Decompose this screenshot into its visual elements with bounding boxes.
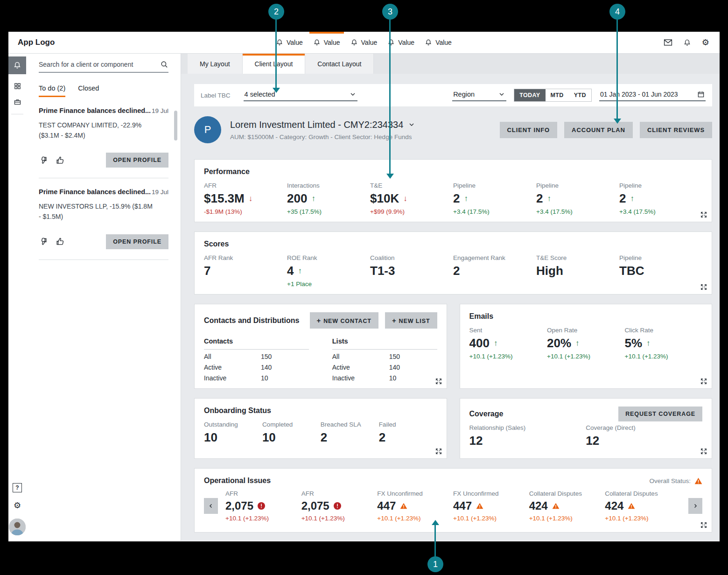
card-title: Onboarding Status [204, 407, 437, 415]
mail-icon[interactable] [664, 39, 672, 46]
search-input[interactable] [39, 61, 160, 68]
sidebar-scrollbar-thumb[interactable] [174, 111, 177, 140]
warning-icon [476, 503, 483, 509]
card-title: Emails [469, 312, 703, 321]
metric-open-rate: Open Rate 20%↑ +10.1 (+1.23%) [547, 327, 625, 360]
carousel-next-button[interactable] [688, 498, 702, 514]
emails-card: Emails Sent 400↑ +10.1 (+1.23%) Open Rat… [460, 304, 713, 389]
date-range-picker[interactable]: 01 Jan 2023 - 01 Jun 2023 [599, 89, 706, 101]
notifications-bell-icon[interactable] [683, 39, 691, 47]
thumbs-up-icon[interactable] [56, 156, 64, 165]
account-plan-button[interactable]: ACCOUNT PLAN [564, 122, 633, 138]
lists-group: Lists All150 Active140 Inactive10 [332, 337, 437, 382]
segment-ytd[interactable]: YTD [569, 89, 591, 101]
bell-icon [387, 39, 395, 46]
notification-body: NEW INVESTORS LLP, -15.9% ($1.8M - $1.5M… [39, 202, 168, 222]
metric-afr-issues: AFR 2,075 +10.1 (+1.23%) [301, 490, 378, 522]
header-nav-item-3[interactable]: Value [345, 32, 383, 53]
notification-date: 19 Jul [152, 107, 168, 114]
new-contact-button[interactable]: +NEW CONTACT [310, 312, 378, 329]
tab-client-layout[interactable]: Client Layout [243, 54, 306, 74]
annotation-badge-1: 1 [427, 556, 443, 572]
table-row: All150 [332, 353, 437, 360]
app-window: App Logo Value Value Value Value [8, 32, 720, 541]
tab-closed[interactable]: Closed [78, 84, 99, 97]
bell-icon [350, 39, 358, 46]
trend-up-icon: ↑ [547, 194, 551, 203]
nav-label: Value [287, 39, 303, 46]
client-subtitle: AUM: $15000M - Category: Growth - Client… [230, 133, 415, 140]
header-nav-item-2[interactable]: Value [308, 32, 345, 53]
metric-relationship-sales: Relationship (Sales) 12 [469, 424, 586, 448]
client-info-button[interactable]: CLIENT INFO [500, 122, 558, 138]
tab-my-layout[interactable]: My Layout [188, 54, 243, 74]
chevron-down-icon [408, 121, 415, 128]
request-coverage-button[interactable]: REQUEST COVERAGE [618, 407, 702, 421]
calendar-icon [697, 91, 705, 98]
rail-notifications-bell-icon[interactable] [8, 56, 26, 74]
rail-settings-gear-icon[interactable]: ⚙ [14, 501, 21, 510]
header-nav: Value Value Value Value Value [271, 32, 457, 53]
client-reviews-button[interactable]: CLIENT REVIEWS [640, 122, 712, 138]
rail-dashboard-grid-icon[interactable] [14, 82, 21, 90]
user-avatar[interactable] [9, 519, 26, 535]
tab-todo[interactable]: To do (2) [39, 84, 65, 97]
metric-pipeline: Pipeline 2↑ +3.4 (17.5%) [619, 182, 702, 215]
annotation-badge-2: 2 [268, 4, 284, 20]
trend-up-icon: ↑ [630, 194, 634, 203]
onboarding-card: Onboarding Status Outstanding 10 Complet… [194, 398, 447, 459]
metric-te: T&E $10K↓ +$99 (9.9%) [370, 182, 453, 215]
expand-icon[interactable] [435, 378, 442, 385]
sidebar-icon-rail: ? ⚙ [8, 54, 26, 541]
segment-mtd[interactable]: MTD [546, 89, 569, 101]
tab-contact-layout[interactable]: Contact Layout [305, 54, 374, 74]
metric-collateral-disputes: Collateral Disputes 424 +10.1 (+1.23%) [605, 490, 681, 522]
expand-icon[interactable] [700, 521, 707, 529]
date-range-segmented-control: TODAY MTD YTD [514, 89, 592, 102]
card-title: Scores [204, 240, 702, 248]
search-icon[interactable] [160, 60, 168, 69]
open-profile-button[interactable]: OPEN PROFILE [106, 153, 168, 168]
thumbs-down-icon[interactable] [39, 156, 48, 165]
carousel-prev-button[interactable] [204, 498, 218, 514]
help-icon[interactable]: ? [13, 483, 22, 492]
metric-fx-unconfirmed: FX Unconfirmed 447 +10.1 (+1.23%) [453, 490, 529, 522]
expand-icon[interactable] [435, 448, 442, 455]
multi-select-dropdown[interactable]: 4 selected [244, 89, 357, 101]
open-profile-button[interactable]: OPEN PROFILE [106, 234, 168, 249]
warning-icon [552, 503, 560, 509]
card-title: Coverage [469, 410, 504, 418]
trend-up-icon: ↑ [494, 339, 498, 348]
bell-icon [425, 39, 432, 46]
header-nav-item-4[interactable]: Value [382, 32, 420, 53]
thumbs-down-icon[interactable] [39, 237, 48, 246]
scores-card: Scores AFR Rank 7 ROE Rank 4↑ +1 Place [194, 231, 712, 295]
client-header: P Lorem Investment Limted - CMY2:234334 … [194, 116, 712, 143]
metric-breached-sla: Breached SLA 2 [321, 421, 379, 445]
metric-collateral-disputes: Collateral Disputes 424 +10.1 (+1.23%) [529, 490, 605, 522]
segment-today[interactable]: TODAY [514, 89, 545, 101]
table-row: Active140 [332, 364, 437, 371]
thumbs-up-icon[interactable] [56, 237, 64, 246]
header-right-icons: ⚙ [664, 32, 709, 53]
metric-pipeline: Pipeline 2↑ +3.4 (17.5%) [453, 182, 536, 215]
rail-briefcase-icon[interactable] [14, 98, 21, 106]
expand-icon[interactable] [700, 378, 707, 385]
metric-afr: AFR $15.3M↓ -$1.9M (13%) [204, 182, 287, 215]
chevron-down-icon [349, 91, 357, 98]
sidebar-panel: To do (2) Closed Prime Finance balances … [26, 54, 181, 541]
client-title-row[interactable]: Lorem Investment Limted - CMY2:234334 [230, 119, 415, 130]
expand-icon[interactable] [700, 283, 707, 291]
trend-down-icon: ↓ [249, 194, 253, 203]
chevron-down-icon [498, 91, 505, 98]
trend-up-icon: ↑ [311, 194, 315, 203]
overall-status-label: Overall Status: [649, 477, 691, 484]
new-list-button[interactable]: +NEW LIST [385, 312, 437, 329]
bell-icon [276, 39, 283, 46]
expand-icon[interactable] [700, 211, 707, 218]
metric-sent: Sent 400↑ +10.1 (+1.23%) [469, 327, 547, 360]
settings-gear-icon[interactable]: ⚙ [702, 38, 709, 47]
region-dropdown[interactable]: Region [452, 89, 506, 101]
expand-icon[interactable] [700, 448, 707, 455]
header-nav-item-5[interactable]: Value [420, 32, 457, 53]
